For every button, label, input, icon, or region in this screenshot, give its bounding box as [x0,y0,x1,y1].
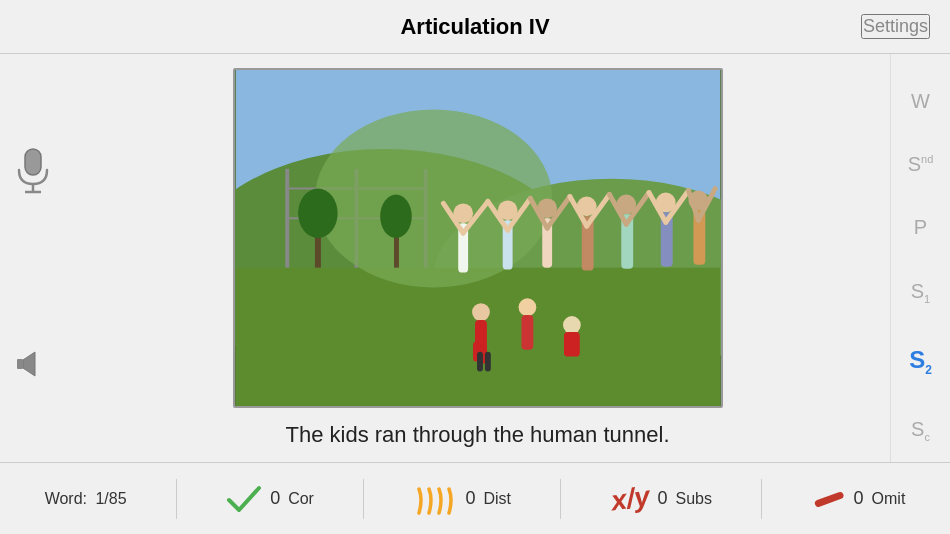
omit-count: 0 [854,488,864,509]
svg-rect-0 [25,149,41,175]
word-label: Word: 1/85 [45,490,127,508]
dist-count: 0 [465,488,475,509]
svg-point-15 [314,110,551,288]
sidebar-item-sc[interactable]: Sc [911,419,930,443]
speaker-button[interactable] [15,346,51,386]
sidebar-item-snd[interactable]: Snd [908,154,934,174]
caption-text: The kids ran through the human tunnel. [285,422,669,448]
cor-count: 0 [270,488,280,509]
sidebar-item-s1[interactable]: S1 [911,281,930,305]
svg-point-52 [518,298,536,316]
right-sidebar: W Snd P S1 S2 Sc [890,54,950,480]
settings-button[interactable]: Settings [861,14,930,39]
svg-rect-5 [17,359,23,369]
dist-label: Dist [483,490,511,508]
subs-count: 0 [658,488,668,509]
svg-rect-57 [484,352,490,372]
header: Articulation IV Settings [0,0,950,54]
divider-3 [560,479,561,519]
divider-2 [363,479,364,519]
divider-4 [761,479,762,519]
distortion-stat: 0 Dist [413,481,511,517]
correct-stat: 0 Cor [226,484,314,514]
omit-icon [812,491,846,507]
distortion-icon [413,481,457,517]
svg-rect-56 [477,352,483,372]
subs-label: Subs [676,490,712,508]
sidebar-item-p[interactable]: P [914,217,927,237]
svg-rect-58 [813,491,844,507]
main-content: The kids ran through the human tunnel. [65,54,890,462]
omission-stat: 0 Omit [812,488,906,509]
svg-rect-53 [521,315,533,350]
omit-label: Omit [872,490,906,508]
svg-rect-55 [563,332,579,357]
divider-1 [176,479,177,519]
left-sidebar [0,54,65,480]
sidebar-item-w[interactable]: W [911,91,930,111]
stimulus-image [233,68,723,408]
substitution-stat: x/y 0 Subs [611,483,712,515]
substitution-icon: x/y [609,480,652,517]
svg-point-54 [562,316,580,334]
microphone-button[interactable] [15,148,51,198]
svg-point-17 [298,189,338,238]
check-icon [226,484,262,514]
word-counter: Word: 1/85 [45,490,127,508]
svg-marker-3 [23,352,35,376]
svg-point-19 [380,195,412,238]
svg-point-48 [472,303,490,321]
sidebar-item-s2[interactable]: S2 [909,348,932,376]
bottom-bar: Word: 1/85 0 Cor 0 Dist x/y 0 Subs [0,462,950,534]
page-title: Articulation IV [400,14,549,40]
cor-label: Cor [288,490,314,508]
